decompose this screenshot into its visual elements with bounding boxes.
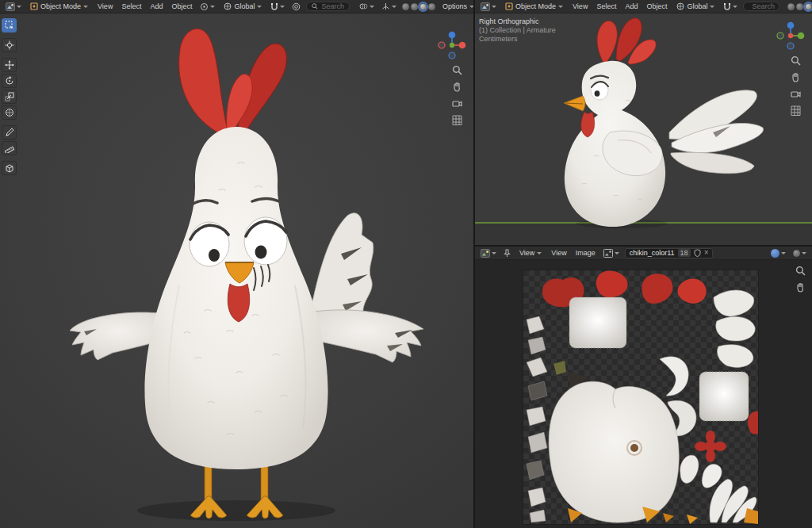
chevron-down-icon [280, 6, 285, 8]
orientation-label: Global [687, 2, 707, 10]
options-label: Options [442, 2, 467, 10]
transform-pivot-button[interactable] [198, 2, 216, 12]
menu-add[interactable]: Add [622, 2, 640, 11]
ortho-grid-icon[interactable] [452, 115, 462, 125]
unlink-image-button[interactable]: × [704, 250, 709, 256]
zoom-icon[interactable] [452, 65, 462, 75]
pan-hand-icon[interactable] [795, 282, 806, 293]
search-placeholder: Search [752, 2, 775, 10]
tool-measure[interactable] [2, 141, 17, 155]
chevron-down-icon [537, 252, 542, 254]
shading-wireframe-icon[interactable] [402, 3, 409, 10]
chicken-front-render[interactable] [0, 0, 473, 528]
shading-rendered-icon[interactable] [428, 3, 435, 10]
image-name-label: chikin_color11 [630, 249, 675, 257]
proportional-edit-button[interactable] [290, 2, 302, 12]
editor-mode-dropdown[interactable]: View [516, 248, 545, 258]
object-mode-icon [30, 2, 38, 10]
menu-object[interactable]: Object [169, 2, 194, 11]
image-users-badge: 18 [678, 249, 691, 257]
menu-view[interactable]: View [549, 248, 569, 258]
snap-magnet-button[interactable] [722, 2, 739, 12]
orientation-dropdown[interactable]: Global [673, 2, 718, 11]
viewport-nav-icons [452, 65, 462, 125]
shading-mode-switch[interactable] [787, 3, 812, 10]
navigation-gizmo[interactable] [437, 30, 467, 60]
header-search-input[interactable]: Search [306, 2, 350, 11]
header-search-input[interactable]: Search [743, 2, 779, 11]
menu-object[interactable]: Object [644, 2, 669, 11]
image-display-channels-button[interactable] [769, 248, 787, 258]
snap-magnet-button[interactable] [269, 2, 286, 12]
tool-cursor[interactable] [2, 38, 17, 52]
viewport-3d-main: Object Mode View Select Add Object Globa… [0, 0, 473, 528]
options-dropdown[interactable]: Options [439, 2, 473, 11]
zoom-icon[interactable] [791, 55, 801, 66]
camera-view-icon[interactable] [452, 98, 462, 109]
units-label: Centimeters [479, 35, 556, 44]
chicken-texture-atlas [523, 270, 758, 524]
chevron-down-icon [492, 252, 496, 254]
main-viewport-header: Object Mode View Select Add Object Globa… [0, 0, 473, 13]
show-gizmo-button[interactable] [380, 2, 398, 11]
tool-add-cube[interactable] [2, 161, 17, 175]
view-name-label: Right Orthographic [479, 17, 556, 26]
shading-material-icon[interactable] [805, 3, 812, 10]
image-shading-button[interactable] [791, 249, 808, 258]
image-editor-header: View View Image chikin_color11 18 × [475, 247, 812, 260]
chicken-side-render[interactable] [475, 13, 812, 245]
orientation-dropdown[interactable]: Global [220, 2, 265, 11]
chevron-down-icon [257, 6, 262, 8]
mode-dropdown[interactable]: Object Mode [502, 2, 566, 11]
menu-view[interactable]: View [95, 2, 115, 11]
texture-canvas[interactable] [523, 270, 758, 524]
menu-add[interactable]: Add [147, 2, 165, 11]
pin-icon[interactable] [502, 248, 512, 258]
menu-select[interactable]: Select [119, 2, 144, 11]
menu-image[interactable]: Image [573, 248, 598, 258]
shading-solid-icon[interactable] [796, 3, 803, 10]
global-orientation-icon [224, 2, 232, 10]
chevron-down-icon [710, 6, 714, 8]
chevron-down-icon [492, 6, 496, 8]
chevron-down-icon [615, 252, 619, 254]
shading-material-icon[interactable] [419, 3, 427, 10]
ortho-grid-icon[interactable] [791, 105, 801, 116]
show-overlays-button[interactable] [358, 2, 376, 11]
image-editor-nav-icons [795, 266, 806, 293]
editor-type-button[interactable] [4, 2, 23, 12]
menu-select[interactable]: Select [594, 2, 619, 11]
active-collection-label: (1) Collection | Armature [479, 26, 556, 35]
mode-label: Object Mode [515, 2, 556, 10]
side-viewport-header: Object Mode View Select Add Object Globa… [475, 0, 812, 13]
fake-user-shield-icon[interactable] [694, 249, 701, 257]
navigation-gizmo[interactable] [776, 21, 806, 51]
tool-rotate[interactable] [2, 74, 17, 88]
shading-mode-switch[interactable] [402, 3, 435, 10]
image-datablock-field[interactable]: chikin_color11 18 × [625, 248, 714, 258]
viewport-info-overlay: Right Orthographic (1) Collection | Arma… [479, 17, 556, 44]
editor-type-button[interactable] [479, 248, 498, 258]
mode-label: Object Mode [40, 2, 81, 10]
editor-type-button[interactable] [479, 2, 498, 12]
tool-annotate[interactable] [2, 125, 17, 140]
camera-view-icon[interactable] [791, 89, 801, 99]
browse-image-button[interactable] [602, 248, 621, 258]
tool-select-box[interactable] [2, 18, 17, 33]
tool-scale[interactable] [2, 90, 17, 104]
pan-hand-icon[interactable] [791, 72, 801, 82]
global-orientation-icon [676, 2, 684, 10]
chevron-down-icon [210, 6, 215, 8]
chevron-down-icon [83, 6, 88, 8]
pan-hand-icon[interactable] [452, 82, 462, 92]
shading-wireframe-icon[interactable] [787, 3, 795, 10]
shading-solid-icon[interactable] [411, 3, 418, 10]
tool-transform[interactable] [2, 105, 17, 120]
mode-dropdown[interactable]: Object Mode [27, 2, 91, 11]
toolbar [2, 18, 17, 175]
tool-move[interactable] [2, 58, 17, 72]
chevron-down-icon [17, 6, 21, 8]
search-icon [312, 3, 318, 10]
zoom-icon[interactable] [795, 266, 806, 276]
menu-view[interactable]: View [570, 2, 590, 11]
